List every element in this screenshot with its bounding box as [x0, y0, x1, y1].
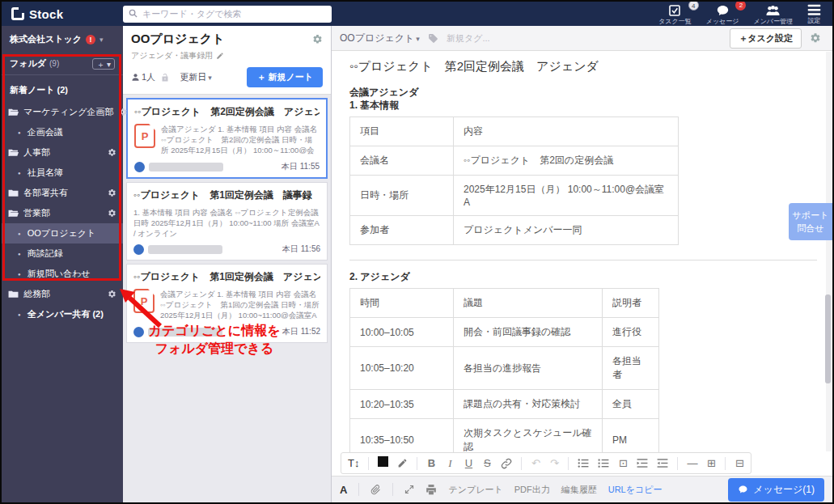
support-contact-tab[interactable]: サポート 問合せ [789, 203, 832, 240]
nav-messages[interactable]: 2 メッセージ [706, 2, 739, 26]
pptx-file-icon: P [134, 124, 155, 148]
nav-settings[interactable]: 設定 [807, 2, 821, 25]
horizontal-rule-button[interactable]: — [687, 457, 697, 470]
message-button[interactable]: メッセージ(1) [728, 478, 824, 502]
text-color-button[interactable] [378, 456, 388, 470]
sidebar-item-new-notes[interactable]: 新着ノート (2) [2, 78, 123, 102]
print-button[interactable] [425, 485, 437, 495]
app-logo-text: Stock [29, 7, 63, 21]
sidebar-item-shain-meibo[interactable]: 社員名簿 [2, 163, 123, 183]
note-snippet: 会議アジェンダ 1. 基本情報 項目 内容 会議名 ◦◦プロジェクト 第1回の定… [160, 289, 320, 321]
gear-icon[interactable] [108, 290, 116, 299]
sidebar-folder-kakubusho[interactable]: 各部署共有 [2, 183, 123, 203]
insert-table-button[interactable]: ⊞ [706, 457, 716, 470]
nav-members[interactable]: メンバー管理 [753, 2, 793, 26]
gear-icon[interactable] [119, 108, 128, 116]
collapse-section-button[interactable]: ⊟ [735, 457, 744, 470]
agenda-table: 時間議題説明者 10:00–10:05開会・前回議事録の確認進行役 10:05–… [349, 288, 659, 452]
folders-count: (9) [49, 59, 59, 68]
table-row: 10:00–10:05開会・前回議事録の確認進行役 [350, 318, 659, 347]
app-logo[interactable]: Stock [2, 7, 123, 21]
attach-file-button[interactable] [370, 484, 381, 495]
new-tag-input[interactable] [447, 33, 544, 43]
nav-task-list[interactable]: 4 タスク一覧 [658, 2, 692, 26]
tag-icon [428, 33, 438, 44]
sidebar-folder-jinji[interactable]: 人事部 [2, 142, 123, 163]
gear-icon[interactable] [810, 32, 824, 44]
sidebar-item-shodan-kiroku[interactable]: 商談記録 [2, 244, 123, 264]
tag-bar: OOプロジェクト ＋タスク設定 [332, 26, 832, 51]
edit-history-button[interactable]: 編集履歴 [561, 484, 597, 496]
indent-button[interactable] [637, 458, 648, 468]
gear-icon[interactable] [108, 188, 116, 197]
org-alert-badge: ! [86, 35, 95, 44]
note-title: ◦◦プロジェクト 第2回定例会議 アジェンダ [134, 105, 320, 119]
sidebar-folder-marketing[interactable]: マーケティング企画部 [2, 102, 123, 122]
org-selector[interactable]: 株式会社ストック ! ▾ [2, 26, 123, 51]
member-count[interactable]: 1人 [131, 71, 155, 83]
add-folder-button[interactable]: ＋ ▾ [92, 58, 115, 70]
fullscreen-button[interactable] [404, 485, 414, 494]
top-nav: 4 タスク一覧 2 メッセージ メンバー管理 設定 [658, 2, 832, 26]
outdent-button[interactable] [657, 458, 668, 468]
bullet-list-icon [578, 458, 589, 468]
expand-icon [404, 485, 414, 494]
caret-down-icon: ▾ [99, 36, 104, 44]
table-row: 日時・場所2025年12月15日（月） 10:00～11:00@会議室A [350, 176, 679, 216]
sidebar-folder-somu[interactable]: 総務部 [2, 284, 123, 304]
table-row: 時間議題説明者 [350, 289, 659, 318]
undo-button[interactable]: ↶ [531, 457, 540, 470]
outdent-icon [657, 458, 668, 468]
note-card[interactable]: ◦◦プロジェクト 第1回定例会議 議事録 1. 基本情報 項目 内容 会議名 ◦… [126, 182, 328, 260]
sidebar-item-all-members[interactable]: 全メンバー共有 (2) [2, 304, 123, 324]
ordered-list-button[interactable] [598, 458, 609, 468]
folder-closed-icon [8, 290, 19, 299]
pdf-export-button[interactable]: PDF出力 [514, 484, 550, 496]
scrollbar-thumb[interactable] [825, 294, 831, 383]
bold-button[interactable]: B [426, 457, 436, 470]
search-input[interactable] [123, 6, 332, 23]
pen-icon [397, 458, 408, 468]
link-button[interactable] [501, 458, 512, 469]
unlock-icon [160, 73, 170, 83]
sort-select[interactable]: 更新日 [180, 71, 212, 83]
gear-icon[interactable] [108, 209, 116, 218]
redo-button[interactable]: ↷ [549, 457, 559, 470]
pencil-icon[interactable] [216, 52, 224, 60]
paperclip-icon [370, 484, 381, 495]
gear-icon[interactable] [312, 34, 323, 44]
avatar [134, 162, 145, 172]
note-timestamp: 本日 11:56 [282, 244, 320, 255]
scrollbar-track[interactable] [826, 52, 832, 451]
strikethrough-button[interactable]: S [482, 457, 492, 470]
note-title: ◦◦プロジェクト 第1回定例会議 アジェンダ [133, 270, 320, 284]
sidebar-folder-eigyo[interactable]: 営業部 [2, 203, 123, 223]
gear-icon[interactable] [108, 148, 116, 157]
folder-dropdown[interactable]: OOプロジェクト [340, 32, 420, 45]
document-body[interactable]: ◦◦プロジェクト 第2回定例会議 アジェンダ 会議アジェンダ 1. 基本情報 項… [332, 51, 824, 452]
underline-button[interactable]: U [464, 457, 473, 470]
task-setting-button[interactable]: ＋タスク設定 [730, 28, 802, 49]
table-row: 10:05–10:20各担当の進捗報告各担当者 [350, 347, 659, 390]
sidebar-item-oo-project[interactable]: OOプロジェクト [2, 223, 123, 244]
font-button[interactable]: A [340, 484, 347, 496]
highlighter-button[interactable] [397, 458, 408, 468]
annotation-text: カテゴリごとに情報を フォルダ管理できる [133, 322, 295, 358]
text-size-button[interactable]: T↕ [348, 457, 359, 470]
new-note-button[interactable]: ＋ 新規ノート [247, 67, 323, 87]
sidebar-item-kikaku-kaigi[interactable]: 企画会議 [2, 122, 123, 142]
note-card[interactable]: ◦◦プロジェクト 第2回定例会議 アジェンダ P 会議アジェンダ 1. 基本情報… [126, 98, 328, 179]
copy-url-button[interactable]: URLをコピー [608, 484, 663, 496]
italic-button[interactable]: I [445, 457, 455, 470]
sidebar-item-shinki-toiawase[interactable]: 新規問い合わせ [2, 264, 123, 284]
search-icon [129, 9, 138, 18]
table-row: 10:20–10:35課題点の共有・対応策検討全員 [350, 390, 659, 419]
folder-open-icon [8, 108, 19, 116]
stock-logo-icon [11, 7, 24, 20]
bullet-list-button[interactable] [578, 458, 589, 468]
person-icon [131, 73, 140, 82]
template-button[interactable]: テンプレート [448, 484, 502, 496]
checkbox-list-button[interactable]: ⊡ [618, 457, 628, 470]
hamburger-icon [807, 4, 821, 16]
editor-toolbar: T↕ B I U S ↶ ↷ ⊡ — ⊞ ⊟ [341, 452, 751, 474]
